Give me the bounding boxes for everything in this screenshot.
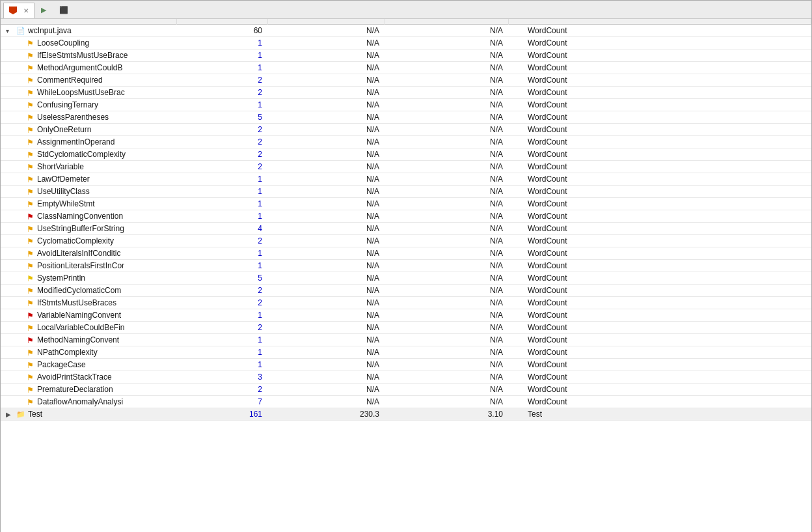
cell-violations: 2 [176, 322, 267, 334]
flag-icon-orange [27, 324, 34, 331]
table-row[interactable]: CyclomaticComplexity2N/AN/AWordCount [1, 235, 811, 247]
cell-element: CommentRequired [1, 74, 176, 87]
cell-project: WordCount [508, 37, 811, 49]
table-row[interactable]: ModifiedCyclomaticCom2N/AN/AWordCount [1, 285, 811, 297]
table-row[interactable]: PrematureDeclaration2N/AN/AWordCount [1, 384, 811, 396]
table-row[interactable]: ConfusingTernary1N/AN/AWordCount [1, 99, 811, 111]
cell-violations-method: N/A [385, 285, 508, 297]
col-header-violations-kloc[interactable] [267, 19, 385, 25]
table-row[interactable]: AssignmentInOperand2N/AN/AWordCount [1, 136, 811, 148]
col-header-violations-method[interactable] [385, 19, 508, 25]
cell-violations-method: N/A [385, 260, 508, 272]
cell-violations: 1 [176, 198, 267, 210]
cell-element: SystemPrintln [1, 272, 176, 285]
flag-icon-orange [27, 249, 34, 257]
tab-console[interactable]: ⬛ [54, 3, 76, 18]
cell-violations-kloc: N/A [267, 124, 385, 136]
cell-violations-method: N/A [385, 371, 508, 384]
cell-element: UselessParentheses [1, 111, 176, 124]
col-header-project[interactable] [508, 19, 811, 25]
cell-project: WordCount [508, 371, 811, 384]
cell-violations-method: N/A [385, 297, 508, 309]
cell-project: WordCount [508, 260, 811, 272]
cell-violations: 1 [176, 309, 267, 322]
rule-name: ShortVariable [37, 162, 84, 171]
tab-junit[interactable]: ▶ [36, 3, 54, 18]
cell-project: WordCount [508, 49, 811, 62]
cell-project: Test [508, 408, 811, 421]
table-row[interactable]: CommentRequired2N/AN/AWordCount [1, 74, 811, 87]
cell-violations-kloc: N/A [267, 198, 385, 210]
table-row[interactable]: NPathComplexity1N/AN/AWordCount [1, 346, 811, 359]
table-row[interactable]: MethodArgumentCouldB1N/AN/AWordCount [1, 62, 811, 74]
cell-violations-kloc: N/A [267, 322, 385, 334]
table-row[interactable]: OnlyOneReturn2N/AN/AWordCount [1, 124, 811, 136]
cell-violations-method: N/A [385, 396, 508, 408]
cell-violations-kloc: N/A [267, 285, 385, 297]
table-row[interactable]: MethodNamingConvent1N/AN/AWordCount [1, 334, 811, 346]
table-row[interactable]: UselessParentheses5N/AN/AWordCount [1, 111, 811, 124]
rule-name: PrematureDeclaration [37, 385, 113, 394]
table-row[interactable]: EmptyWhileStmt1N/AN/AWordCount [1, 198, 811, 210]
expand-arrow[interactable]: ▶ [6, 411, 14, 418]
table-row[interactable]: ▾📄wcInput.java60N/AN/AWordCount [1, 25, 811, 37]
rule-name: OnlyOneReturn [37, 125, 91, 134]
cell-violations-kloc: N/A [267, 297, 385, 309]
cell-element: ClassNamingConvention [1, 210, 176, 223]
rule-name: ModifiedCyclomaticCom [37, 286, 121, 295]
table-row[interactable]: WhileLoopsMustUseBrac2N/AN/AWordCount [1, 87, 811, 99]
expand-arrow[interactable]: ▾ [6, 27, 14, 35]
table-row[interactable]: SystemPrintln5N/AN/AWordCount [1, 272, 811, 285]
junit-tab-icon: ▶ [41, 6, 46, 14]
cell-violations-kloc: N/A [267, 346, 385, 359]
table-row[interactable]: UseStringBufferForString4N/AN/AWordCount [1, 223, 811, 235]
cell-project: WordCount [508, 148, 811, 161]
cell-violations: 2 [176, 161, 267, 173]
table-row[interactable]: AvoidLiteralsInIfConditic1N/AN/AWordCoun… [1, 247, 811, 260]
table-row[interactable]: ▶📁Test161230.33.10Test [1, 408, 811, 421]
col-header-element[interactable] [1, 19, 176, 25]
cell-element: AssignmentInOperand [1, 136, 176, 148]
cell-project: WordCount [508, 210, 811, 223]
table-row[interactable]: IfStmtsMustUseBraces2N/AN/AWordCount [1, 297, 811, 309]
cell-violations: 1 [176, 186, 267, 198]
cell-violations: 1 [176, 173, 267, 186]
cell-project: WordCount [508, 235, 811, 247]
table-row[interactable]: LocalVariableCouldBeFin2N/AN/AWordCount [1, 322, 811, 334]
cell-violations-method: N/A [385, 173, 508, 186]
cell-violations-method: N/A [385, 272, 508, 285]
cell-violations-kloc: N/A [267, 396, 385, 408]
cell-violations-kloc: N/A [267, 384, 385, 396]
table-row[interactable]: AvoidPrintStackTrace3N/AN/AWordCount [1, 371, 811, 384]
table-row[interactable]: ShortVariable2N/AN/AWordCount [1, 161, 811, 173]
file-icon: 📄 [16, 27, 25, 35]
cell-project: WordCount [508, 247, 811, 260]
cell-violations-method: N/A [385, 247, 508, 260]
tab-violations[interactable]: ✕ [3, 3, 34, 18]
table-row[interactable]: IfElseStmtsMustUseBrace1N/AN/AWordCount [1, 49, 811, 62]
col-header-violations[interactable] [176, 19, 267, 25]
cell-violations-kloc: N/A [267, 62, 385, 74]
cell-violations-kloc: 230.3 [267, 408, 385, 421]
table-row[interactable]: LooseCoupling1N/AN/AWordCount [1, 37, 811, 49]
table-row[interactable]: PackageCase1N/AN/AWordCount [1, 359, 811, 371]
table-row[interactable]: PositionLiteralsFirstInCor1N/AN/AWordCou… [1, 260, 811, 272]
flag-icon-red [27, 311, 34, 319]
table-row[interactable]: VariableNamingConvent1N/AN/AWordCount [1, 309, 811, 322]
cell-violations-kloc: N/A [267, 161, 385, 173]
table-row[interactable]: UseUtilityClass1N/AN/AWordCount [1, 186, 811, 198]
cell-element: ▾📄wcInput.java [1, 25, 176, 37]
cell-element: UseUtilityClass [1, 186, 176, 198]
cell-violations-kloc: N/A [267, 210, 385, 223]
cell-violations-method: 3.10 [385, 408, 508, 421]
violations-tab-close[interactable]: ✕ [23, 7, 29, 14]
rule-name: UseUtilityClass [37, 187, 90, 196]
table-row[interactable]: DataflowAnomalyAnalysi7N/AN/AWordCount [1, 396, 811, 408]
table-row[interactable]: StdCyclomaticComplexity2N/AN/AWordCount [1, 148, 811, 161]
table-row[interactable]: ClassNamingConvention1N/AN/AWordCount [1, 210, 811, 223]
cell-violations: 2 [176, 285, 267, 297]
cell-violations-kloc: N/A [267, 223, 385, 235]
cell-project: WordCount [508, 396, 811, 408]
rule-name: ClassNamingConvention [37, 212, 123, 221]
table-row[interactable]: LawOfDemeter1N/AN/AWordCount [1, 173, 811, 186]
